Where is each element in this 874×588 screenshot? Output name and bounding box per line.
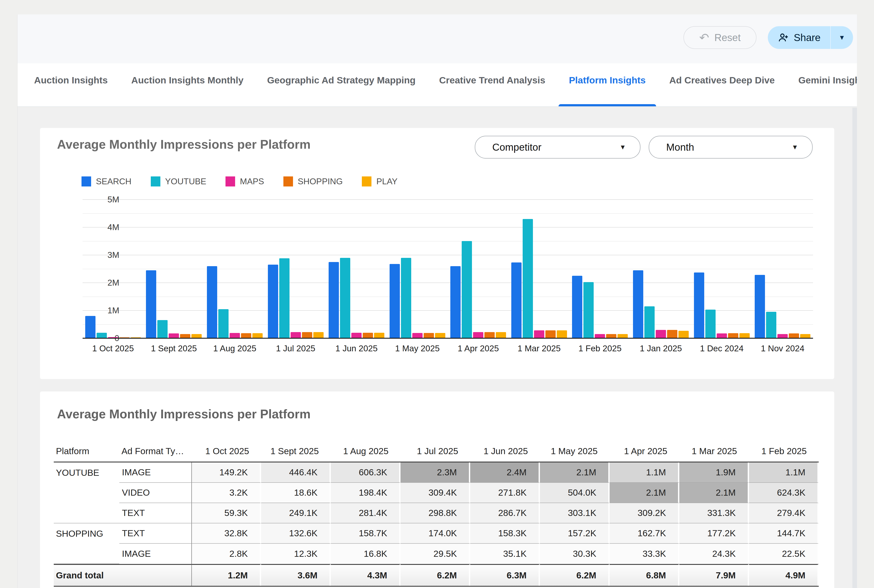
tab-label: Geographic Ad Strategy Mapping [267,74,415,87]
legend-item-search[interactable]: SEARCH [81,176,132,186]
bar-search [146,270,156,338]
chart-legend: SEARCHYOUTUBEMAPSSHOPPINGPLAY [81,176,397,186]
x-axis-tick-label: 1 Jul 2025 [265,344,326,353]
grand-total-cell: 4.3M [331,564,400,586]
legend-swatch [283,176,293,186]
reset-button[interactable]: ↶ Reset [683,26,757,49]
value-cell: 1.1M [749,462,819,483]
bar-shopping [545,330,556,338]
bar-youtube [401,258,411,338]
tab-geographic-ad-strategy-mapping[interactable]: Geographic Ad Strategy Mapping [255,74,427,107]
value-cell: 3.2K [191,483,261,503]
bar-youtube [766,312,776,338]
tab-auction-insights-monthly[interactable]: Auction Insights Monthly [119,74,256,107]
tab-label: Ad Creatives Deep Dive [669,74,775,87]
tab-label: Auction Insights Monthly [131,74,244,87]
tab-ad-creatives-deep-dive[interactable]: Ad Creatives Deep Dive [657,74,787,107]
value-cell: 2.3M [400,462,470,483]
value-cell: 24.3K [679,544,749,564]
competitor-filter-dropdown[interactable]: Competitor ▼ [475,136,641,159]
bar-play [374,333,384,338]
value-cell: 2.1M [609,483,679,503]
value-cell: 2.8K [191,544,261,564]
bar-search [755,275,765,338]
bar-maps [351,333,362,338]
value-cell: 33.3K [609,544,679,564]
tab-auction-insights[interactable]: Auction Insights [22,74,119,107]
value-cell: 30.3K [540,544,609,564]
tab-platform-insights[interactable]: Platform Insights [557,74,657,107]
vertical-scrollbar[interactable] [852,108,857,588]
legend-item-shopping[interactable]: SHOPPING [283,176,343,186]
column-header-1-sept-2025[interactable]: 1 Sept 2025 [261,441,331,462]
bar-shopping [484,332,495,338]
bar-group-1-aug-2025 [204,200,265,338]
column-header-1-oct-2025[interactable]: 1 Oct 2025 [191,441,261,462]
table-row: YOUTUBEIMAGE149.2K446.4K606.3K2.3M2.4M2.… [54,462,819,483]
value-cell: 174.0K [400,524,470,544]
platform-cell-shopping: SHOPPING [54,524,119,564]
grand-total-cell: 6.8M [609,564,679,586]
bar-maps [473,332,483,338]
column-header-1-jun-2025[interactable]: 1 Jun 2025 [470,441,540,462]
report-canvas: ↶ Reset Share ▼ Auction InsightsAuction … [17,14,857,588]
bar-play [557,330,567,338]
bar-youtube [279,258,289,338]
value-cell: 309.4K [400,483,470,503]
bar-youtube [706,310,716,338]
person-add-icon [778,32,789,43]
value-cell: 158.3K [470,524,540,544]
value-cell: 198.4K [331,483,400,503]
legend-item-youtube[interactable]: YOUTUBE [151,176,206,186]
column-header-1-apr-2025[interactable]: 1 Apr 2025 [609,441,679,462]
column-header-1-jul-2025[interactable]: 1 Jul 2025 [400,441,470,462]
column-header-1-mar-2025[interactable]: 1 Mar 2025 [679,441,749,462]
x-axis-tick-label: 1 Jan 2025 [630,344,691,353]
bar-group-1-sept-2025 [144,200,205,338]
table-foot: Grand total1.2M3.6M4.3M6.2M6.3M6.2M6.8M7… [54,564,819,586]
bar-youtube [218,309,229,338]
legend-item-play[interactable]: PLAY [362,176,397,186]
bar-maps [168,333,179,338]
grand-total-cell: 1.2M [191,564,261,586]
share-button[interactable]: Share ▼ [768,26,853,49]
ad-format-cell: TEXT [119,524,191,544]
legend-swatch [151,176,160,186]
legend-label: SHOPPING [298,177,343,186]
share-dropdown-caret[interactable]: ▼ [830,26,853,49]
tab-creative-trend-analysis[interactable]: Creative Trend Analysis [427,74,557,107]
month-filter-label: Month [666,141,694,153]
bar-search [694,273,704,338]
column-header-ad-format-ty[interactable]: Ad Format Ty… [119,441,191,462]
table-row: VIDEO3.2K18.6K198.4K309.4K271.8K504.0K2.… [54,483,819,503]
value-cell: 177.2K [679,524,749,544]
grand-total-row: Grand total1.2M3.6M4.3M6.2M6.3M6.2M6.8M7… [54,564,819,586]
bar-play [252,333,263,338]
chart-card: Average Monthly Impressions per Platform… [40,128,834,379]
ad-format-cell: TEXT [119,503,191,524]
column-header-1-may-2025[interactable]: 1 May 2025 [540,441,609,462]
value-cell: 59.3K [191,503,261,524]
tab-label: Auction Insights [34,74,108,87]
bar-play [496,332,506,338]
value-cell: 12.3K [261,544,331,564]
table-card: Average Monthly Impressions per Platform… [40,392,834,588]
tab-gemini-insights[interactable]: Gemini Insights [787,74,857,107]
tab-label: Platform Insights [569,74,646,87]
column-header-1-aug-2025[interactable]: 1 Aug 2025 [331,441,400,462]
column-header-1-feb-2025[interactable]: 1 Feb 2025 [749,441,819,462]
legend-label: MAPS [240,177,264,186]
column-header-platform[interactable]: Platform [54,441,119,462]
competitor-filter-label: Competitor [492,141,542,153]
legend-item-maps[interactable]: MAPS [226,176,264,186]
value-cell: 2.1M [540,462,609,483]
table-head: PlatformAd Format Ty…1 Oct 20251 Sept 20… [54,441,819,462]
x-axis-tick-label: 1 Mar 2025 [508,344,570,353]
table-row: SHOPPINGTEXT32.8K132.6K158.7K174.0K158.3… [54,524,819,544]
month-filter-dropdown[interactable]: Month ▼ [649,136,812,159]
value-cell: 1.1M [609,462,679,483]
value-cell: 1.9M [679,462,749,483]
bar-play [739,333,750,338]
bar-shopping [424,333,434,338]
chart-plot-area: 01M2M3M4M5M1 Oct 20251 Sept 20251 Aug 20… [83,200,813,338]
